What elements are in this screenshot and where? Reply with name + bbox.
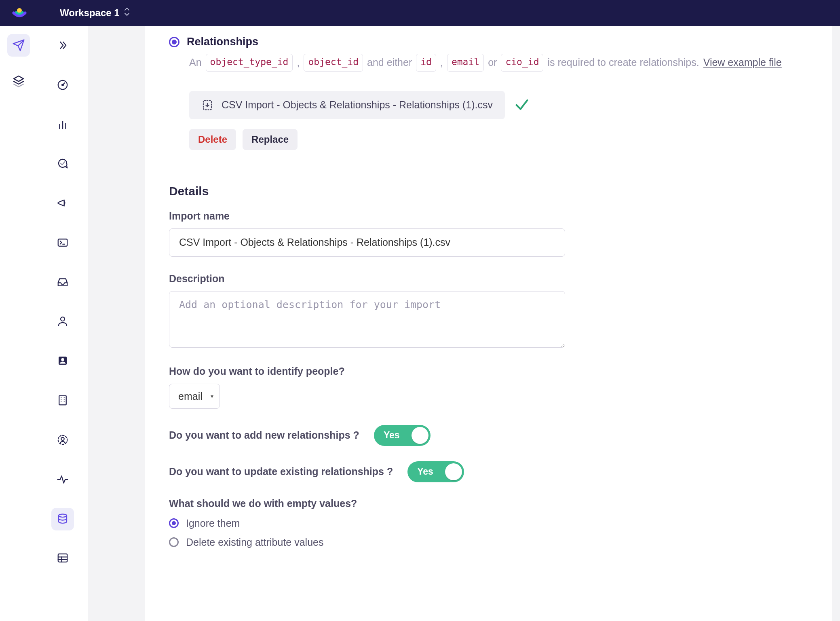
svg-rect-11: [59, 396, 66, 405]
token-email: email: [447, 54, 484, 72]
database-icon: [57, 513, 69, 525]
user-circle-icon: [57, 434, 69, 446]
replace-button[interactable]: Replace: [243, 129, 298, 150]
send-icon: [12, 39, 25, 52]
svg-rect-21: [58, 554, 67, 562]
description-label: Description: [169, 273, 808, 285]
svg-rect-6: [58, 239, 67, 246]
empty-values-label: What should we do with empty values?: [169, 498, 808, 509]
import-type-radio-relationships[interactable]: Relationships: [169, 36, 808, 48]
identify-people-select[interactable]: email: [169, 384, 220, 409]
radio-unchecked-icon: [169, 537, 179, 547]
top-bar: Workspace 1: [0, 0, 840, 26]
token-object-id: object_id: [304, 54, 363, 72]
add-relationships-toggle[interactable]: Yes: [374, 425, 431, 446]
megaphone-icon: [57, 197, 69, 209]
option-label: Ignore them: [186, 518, 240, 529]
message-icon: [57, 157, 69, 169]
import-type-label: Relationships: [187, 36, 258, 48]
token-id: id: [416, 54, 436, 72]
sidebar-item-data[interactable]: [51, 508, 74, 530]
inbox-icon: [57, 276, 69, 288]
activity-icon: [57, 473, 69, 486]
update-relationships-label: Do you want to update existing relations…: [169, 466, 393, 477]
svg-point-8: [61, 317, 65, 321]
sidebar-item-segments[interactable]: [51, 349, 74, 372]
layers-icon: [12, 74, 25, 87]
bar-chart-icon: [57, 118, 69, 131]
rail-item-layers[interactable]: [7, 70, 30, 92]
contact-card-icon: [57, 355, 69, 367]
empty-values-option-ignore[interactable]: Ignore them: [169, 518, 808, 529]
sidebar-item-analytics[interactable]: [51, 113, 74, 136]
building-icon: [57, 394, 69, 406]
import-form-card: Relationships An object_type_id, object_…: [145, 26, 832, 621]
sidebar-item-people[interactable]: [51, 310, 74, 332]
chevrons-right-icon: [57, 40, 68, 51]
workspace-picker[interactable]: Workspace 1: [60, 7, 130, 19]
sidebar-item-inbox[interactable]: [51, 271, 74, 294]
svg-point-20: [59, 514, 67, 518]
rail-item-send[interactable]: [7, 34, 30, 57]
sidebar-item-companies[interactable]: [51, 389, 74, 412]
sidebar-item-journeys[interactable]: [51, 152, 74, 175]
uploaded-file-name: CSV Import - Objects & Relationships - R…: [222, 99, 493, 111]
option-label: Delete existing attribute values: [186, 537, 323, 548]
update-relationships-toggle[interactable]: Yes: [407, 461, 464, 482]
uploaded-file-chip: CSV Import - Objects & Relationships - R…: [189, 91, 505, 119]
file-download-icon: [201, 99, 213, 111]
identify-people-label: How do you want to identify people?: [169, 365, 808, 377]
sidebar-item-pulse[interactable]: [51, 468, 74, 491]
upload-success-check-icon: [514, 96, 530, 114]
primary-rail: [0, 26, 37, 621]
sidebar-item-logs[interactable]: [51, 547, 74, 569]
gauge-icon: [57, 79, 69, 91]
view-example-file-link[interactable]: View example file: [703, 55, 782, 70]
delete-button[interactable]: Delete: [189, 129, 236, 150]
toggle-knob-icon: [412, 427, 428, 444]
import-name-input[interactable]: [169, 228, 565, 257]
token-cio-id: cio_id: [501, 54, 543, 72]
chevron-updown-icon: [124, 7, 130, 19]
radio-checked-icon: [169, 37, 179, 47]
sidebar-item-terminal[interactable]: [51, 231, 74, 254]
table-icon: [57, 552, 69, 564]
svg-point-19: [61, 437, 64, 441]
relationships-helper-text: An object_type_id, object_id and either …: [169, 54, 808, 72]
import-name-label: Import name: [169, 210, 808, 222]
description-textarea[interactable]: [169, 291, 565, 348]
sidebar-item-activity[interactable]: [51, 429, 74, 451]
toggle-yes-label: Yes: [417, 466, 433, 477]
terminal-icon: [57, 237, 69, 249]
app-logo-icon: [11, 5, 27, 21]
sidebar-item-dashboard[interactable]: [51, 74, 74, 96]
sidebar-item-broadcasts[interactable]: [51, 192, 74, 214]
radio-checked-icon: [169, 518, 179, 528]
sidebar-item-expand[interactable]: [51, 34, 74, 57]
empty-values-option-delete[interactable]: Delete existing attribute values: [169, 537, 808, 548]
person-icon: [57, 315, 69, 327]
toggle-yes-label: Yes: [384, 430, 400, 441]
token-object-type-id: object_type_id: [206, 54, 293, 72]
svg-point-2: [62, 84, 63, 86]
details-heading: Details: [169, 184, 808, 198]
svg-point-10: [61, 358, 64, 361]
add-relationships-label: Do you want to add new relationships ?: [169, 429, 359, 441]
section-divider: [145, 168, 832, 168]
toggle-knob-icon: [445, 463, 462, 480]
secondary-sidebar: [37, 26, 88, 621]
workspace-name: Workspace 1: [60, 7, 120, 19]
svg-point-18: [58, 435, 67, 445]
